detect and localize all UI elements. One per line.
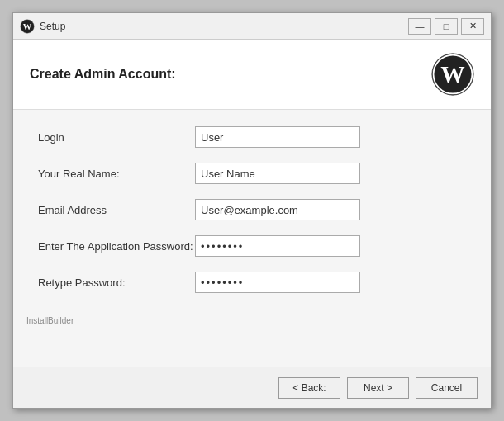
real-name-input[interactable] — [195, 163, 360, 184]
email-label: Email Address — [38, 204, 195, 216]
wp-icon-small: W — [20, 19, 35, 34]
retype-password-label: Retype Password: — [38, 277, 195, 289]
svg-text:W: W — [440, 61, 464, 88]
form-section: Login Your Real Name: Email Address Ente… — [13, 110, 491, 367]
login-row: Login — [38, 126, 466, 148]
installbuilder-label: InstallBuilder — [23, 316, 77, 325]
email-row: Email Address — [38, 199, 466, 220]
page-title: Create Admin Account: — [30, 67, 176, 82]
password-input[interactable] — [195, 235, 360, 257]
close-button[interactable]: ✕ — [461, 18, 484, 35]
footer-section: < Back: Next > Cancel — [13, 367, 491, 408]
minimize-button[interactable]: — — [408, 18, 431, 35]
setup-window: W Setup — □ ✕ Create Admin Account: W Lo… — [12, 12, 492, 409]
wp-logo: W — [431, 53, 474, 96]
svg-text:W: W — [23, 21, 32, 31]
retype-password-row: Retype Password: — [38, 272, 466, 293]
maximize-button[interactable]: □ — [435, 18, 458, 35]
title-bar-left: W Setup — [20, 19, 65, 34]
password-label: Enter The Application Password: — [38, 240, 195, 253]
real-name-label: Your Real Name: — [38, 168, 195, 180]
email-input[interactable] — [195, 199, 360, 220]
window-title: Setup — [40, 21, 65, 32]
login-label: Login — [38, 131, 195, 144]
retype-password-input[interactable] — [195, 272, 360, 293]
header-section: Create Admin Account: W — [13, 40, 491, 110]
back-button[interactable]: < Back: — [278, 377, 340, 399]
next-button[interactable]: Next > — [347, 377, 409, 399]
login-input[interactable] — [195, 126, 360, 148]
title-bar: W Setup — □ ✕ — [13, 13, 491, 40]
real-name-row: Your Real Name: — [38, 163, 466, 184]
cancel-button[interactable]: Cancel — [416, 377, 478, 399]
title-bar-controls: — □ ✕ — [408, 18, 484, 35]
content-area: Create Admin Account: W Login Your Real … — [13, 40, 491, 367]
password-row: Enter The Application Password: — [38, 235, 466, 257]
